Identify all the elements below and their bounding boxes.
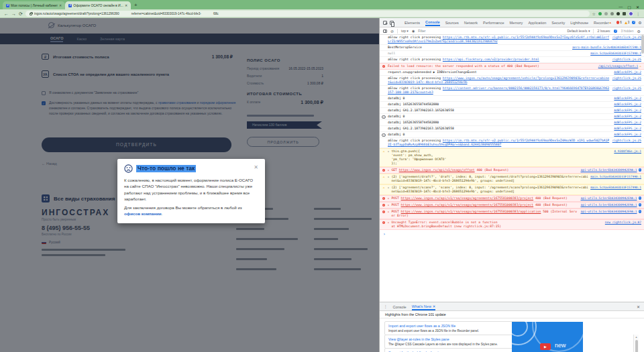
filter-input[interactable]: Filter	[418, 29, 425, 33]
expand-arrow-icon[interactable]: ▸	[388, 221, 389, 225]
console-message-url-link[interactable]: https://www.ingos.ru/api/v1/osago/offset	[399, 168, 475, 172]
extension-icon[interactable]	[616, 12, 620, 15]
console-sidebar-icon[interactable]	[383, 30, 387, 33]
whats-new-card-title-link[interactable]: Import and export user flows as a JSON f…	[388, 324, 521, 328]
devtools-tab-recorder[interactable]: Recorder▲	[594, 19, 612, 25]
live-expression-eye-icon[interactable]: ◉	[412, 29, 415, 33]
devtools-tab-sources[interactable]: Sources	[445, 19, 459, 25]
devtools-tab-lighthouse[interactable]: Lighthouse	[570, 19, 588, 25]
issues-label[interactable]: 2 Issues:	[597, 29, 610, 33]
browser-tab-2-active[interactable]: И Оформите ОСАГО онлайн в И... ✕	[65, 1, 131, 9]
avatar[interactable]	[629, 11, 633, 16]
close-icon[interactable]: ✕	[125, 3, 127, 7]
minimize-button[interactable]: —	[619, 5, 623, 9]
console-message-url-link[interactable]: https://www.ingos.ru/api/v1/rsa/osago/ag…	[401, 210, 541, 213]
play-button-icon[interactable]: ▶	[540, 343, 551, 350]
back-icon[interactable]: ←	[4, 9, 9, 18]
console-source-link[interactable]: rightclick.js:25	[612, 139, 641, 143]
whats-new-image[interactable]: ▶ new	[512, 322, 583, 352]
console-source-link[interactable]: 4.9300f46e.js:1	[614, 150, 641, 154]
log-levels-selector[interactable]: Default levels ▾	[567, 29, 590, 33]
extension-icon[interactable]	[598, 12, 602, 15]
extension-icon[interactable]	[623, 12, 626, 15]
close-icon[interactable]: ✕	[433, 304, 436, 308]
device-toolbar-icon[interactable]	[390, 21, 394, 25]
devtools-tab-network[interactable]: Network	[464, 19, 478, 25]
bookmark-star-icon[interactable]: ☆	[592, 11, 596, 16]
console-source-link[interactable]: AdBlockFPS.js:2	[614, 103, 641, 107]
offices-link[interactable]: офисов компании	[124, 211, 162, 216]
close-drawer-icon[interactable]: ✕	[637, 304, 640, 309]
gear-icon[interactable]: ⚙	[637, 29, 641, 34]
whats-new-card-title-link[interactable]: View @layer at-rules in the Styles pane	[388, 337, 521, 341]
expand-arrow-icon[interactable]: ▸	[388, 150, 389, 154]
prompt-chevron-icon[interactable]: ›	[380, 230, 644, 236]
console-source-link[interactable]: aero-main-bundle.5c3v4DA343AED47C590:1	[572, 46, 641, 50]
context-selector[interactable]: top ▾	[401, 29, 409, 33]
console-message-url-link[interactable]: https://api.flocktory.com/v2/provider/pr…	[443, 58, 539, 61]
console-source-link[interactable]: AdBlockFPS.js:2	[614, 127, 641, 131]
console-source-link[interactable]: main.5cXavEDA343D33F15T990:1	[590, 52, 641, 56]
devtools-tab-security[interactable]: Security	[551, 19, 565, 25]
console-source-link[interactable]: /api/v1/osago/offset:1	[598, 64, 639, 68]
issues-icon[interactable]: 2	[632, 21, 635, 24]
url-bar[interactable]: ingos.ru/auto/osago/agreement/draft/?pro…	[25, 11, 590, 17]
inspect-icon[interactable]	[383, 21, 387, 25]
drawer-scrollbar[interactable]: ▲	[633, 335, 639, 352]
expand-arrow-icon[interactable]: ▸	[388, 210, 389, 214]
console-source-link[interactable]: rightclick.js:25	[612, 76, 641, 80]
info-icon[interactable]: i	[639, 168, 642, 172]
info-icon[interactable]: i	[639, 203, 642, 207]
console-source-link[interactable]: api-utils.5c1erEDA343D0942E9A:1	[581, 196, 637, 200]
console-message-url-link[interactable]: https://www.ingos.ru/api/v1/rsa/osago/ag…	[401, 203, 534, 207]
console-source-link[interactable]: rightclick.js:25	[612, 36, 641, 40]
console-message-url-link[interactable]: https://www.ingos.ru/api/v1/rsa/osago/ag…	[401, 196, 534, 200]
close-icon[interactable]: ✕	[254, 164, 258, 170]
browser-tab-1[interactable]: И Мои полисы | Личный кабинет ✕	[3, 1, 65, 9]
close-window-button[interactable]: ✕	[636, 5, 639, 9]
expand-arrow-icon[interactable]: ▸	[388, 203, 389, 207]
console-source-link[interactable]: AdBlockFPS.js:2	[614, 133, 641, 137]
new-tab-button[interactable]: +	[134, 1, 138, 9]
extension-icon[interactable]	[610, 12, 614, 15]
info-icon[interactable]: i	[639, 196, 642, 200]
console-source-link[interactable]: rightclick.js:25	[612, 86, 641, 91]
drawer-tab-what-s-new[interactable]: What's New✕	[412, 303, 436, 310]
drawer-menu-icon[interactable]: ⋮	[384, 304, 388, 308]
issues-icon[interactable]: 2	[614, 30, 617, 33]
console-source-link[interactable]: AdBlockFPS.js:2	[614, 97, 641, 101]
clear-console-icon[interactable]: ⊘	[390, 29, 394, 34]
drawer-tab-console[interactable]: Console	[393, 304, 407, 310]
console-source-link[interactable]: main.5cXavEDA343D33F15T990:1	[590, 175, 641, 179]
reload-icon[interactable]: ⟳	[19, 9, 23, 18]
expand-arrow-icon[interactable]: ▸	[388, 186, 389, 190]
expand-arrow-icon[interactable]: ▸	[388, 196, 389, 200]
devtools-tab-memory[interactable]: Memory	[510, 19, 523, 25]
menu-kebab-icon[interactable]: ⋮	[636, 11, 640, 16]
extension-icon[interactable]	[604, 12, 608, 15]
close-icon[interactable]: ✕	[59, 3, 62, 7]
console-source-link[interactable]: main.5cXavEDA343D33F15T990:1	[590, 186, 641, 190]
console-source-link[interactable]: AdBlockFPS.js:2	[614, 109, 641, 113]
console-source-link[interactable]: AdBlockFPS.js:2	[614, 70, 641, 74]
error-count-icon[interactable]: 6	[616, 21, 622, 24]
scrollbar-thumb[interactable]	[635, 340, 638, 352]
expand-arrow-icon[interactable]: ▸	[388, 168, 389, 172]
devtools-tab-console[interactable]: Console	[425, 19, 440, 26]
devtools-tab-elements[interactable]: Elements	[405, 19, 420, 25]
scroll-up-icon[interactable]: ▲	[634, 335, 639, 339]
forward-icon[interactable]: →	[11, 9, 16, 18]
devtools-tab-application[interactable]: Application	[528, 19, 546, 25]
console-source-link[interactable]: rightclick.js:25	[612, 58, 641, 62]
warning-count-icon[interactable]: 3	[625, 21, 630, 24]
console-source-link[interactable]: new rightclick.js:87	[605, 221, 641, 225]
console-source-link[interactable]: AdBlockFPS.js:2	[614, 121, 641, 125]
console-source-link[interactable]: api-utils.5c1erEDA343D0942E9A:1	[581, 168, 637, 172]
devtools-tab-performance[interactable]: Performance	[483, 19, 504, 25]
gear-icon[interactable]: ⚙	[638, 20, 641, 25]
console-scrollbar[interactable]	[641, 35, 644, 54]
console-source-link[interactable]: api-utils.5c1erEDA343D0942E9A:1	[581, 203, 637, 207]
maximize-button[interactable]: ▢	[627, 5, 631, 9]
console-source-link[interactable]: AdBlockFPS.js:2	[614, 115, 641, 119]
expand-arrow-icon[interactable]: ▸	[388, 175, 389, 179]
